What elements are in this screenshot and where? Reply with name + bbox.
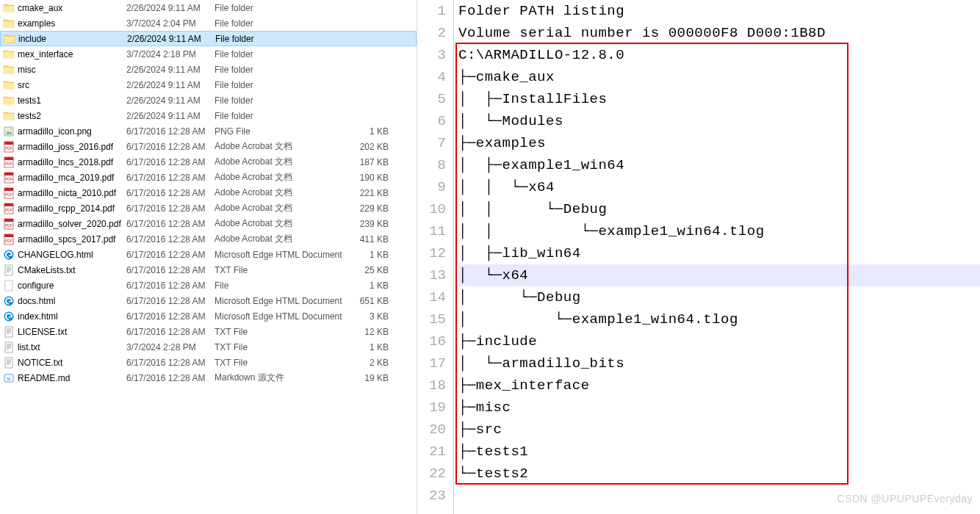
code-line[interactable]: ├─misc xyxy=(458,397,980,419)
line-number: 20 xyxy=(417,419,446,441)
file-row[interactable]: PDFarmadillo_rcpp_2014.pdf6/17/2016 12:2… xyxy=(0,200,417,216)
file-explorer-pane[interactable]: cmake_aux2/26/2024 9:11 AMFile folderexa… xyxy=(0,0,417,514)
file-name-cell[interactable]: tests1 xyxy=(3,95,126,106)
file-type-cell: File folder xyxy=(215,34,351,44)
file-date-cell: 6/17/2016 12:28 AM xyxy=(126,126,215,137)
file-name-cell[interactable]: cmake_aux xyxy=(3,2,126,14)
code-line[interactable]: └─tests2 xyxy=(458,463,980,485)
line-number: 21 xyxy=(417,441,446,463)
code-line[interactable]: ├─src xyxy=(458,419,980,441)
file-name-label: CMakeLists.txt xyxy=(18,265,76,275)
file-name-cell[interactable]: PDFarmadillo_joss_2016.pdf xyxy=(3,141,126,153)
code-line[interactable]: Folder PATH listing xyxy=(458,0,980,22)
file-row[interactable]: PDFarmadillo_spcs_2017.pdf6/17/2016 12:2… xyxy=(0,231,417,247)
file-type-cell: Microsoft Edge HTML Document xyxy=(215,311,350,322)
file-date-cell: 6/17/2016 12:28 AM xyxy=(126,311,215,322)
code-line[interactable]: ├─mex_interface xyxy=(458,374,980,397)
folder-icon xyxy=(3,2,15,14)
file-row[interactable]: PDFarmadillo_nicta_2010.pdf6/17/2016 12:… xyxy=(0,185,417,200)
code-line[interactable]: │ │ └─example1_win64.tlog xyxy=(458,220,980,242)
file-name-cell[interactable]: PDFarmadillo_mca_2019.pdf xyxy=(3,172,126,184)
file-row[interactable]: MREADME.md6/17/2016 12:28 AMMarkdown 源文件… xyxy=(0,370,417,386)
file-row[interactable]: CHANGELOG.html6/17/2016 12:28 AMMicrosof… xyxy=(0,247,417,262)
file-name-cell[interactable]: examples xyxy=(3,18,126,29)
file-row[interactable]: cmake_aux2/26/2024 9:11 AMFile folder xyxy=(0,0,417,15)
file-size-cell: 229 KB xyxy=(350,203,394,214)
pdf-icon: PDF xyxy=(3,187,15,199)
code-area[interactable]: Folder PATH listingVolume serial number … xyxy=(454,0,980,514)
file-name-cell[interactable]: src xyxy=(3,79,126,91)
file-name-cell[interactable]: PDFarmadillo_lncs_2018.pdf xyxy=(3,156,126,168)
file-row[interactable]: CMakeLists.txt6/17/2016 12:28 AMTXT File… xyxy=(0,262,417,278)
code-line[interactable]: Volume serial number is 000000F8 D000:1B… xyxy=(458,22,980,44)
file-name-cell[interactable]: CMakeLists.txt xyxy=(3,264,126,276)
file-name-cell[interactable]: PDFarmadillo_solver_2020.pdf xyxy=(3,218,126,230)
file-row[interactable]: armadillo_icon.png6/17/2016 12:28 AMPNG … xyxy=(0,123,417,139)
file-name-label: LICENSE.txt xyxy=(18,327,67,337)
code-line[interactable]: │ └─Modules xyxy=(458,110,980,132)
file-name-label: armadillo_solver_2020.pdf xyxy=(18,219,121,229)
file-name-cell[interactable]: PDFarmadillo_nicta_2010.pdf xyxy=(3,187,126,199)
folder-icon xyxy=(3,79,15,91)
file-row[interactable]: docs.html6/17/2016 12:28 AMMicrosoft Edg… xyxy=(0,293,417,308)
file-row[interactable]: configure6/17/2016 12:28 AMFile1 KB xyxy=(0,278,417,293)
file-name-cell[interactable]: MREADME.md xyxy=(3,372,126,384)
code-line[interactable]: │ │ └─Debug xyxy=(458,198,980,220)
file-row[interactable]: include2/26/2024 9:11 AMFile folder xyxy=(0,31,417,46)
code-line[interactable]: │ └─x64 xyxy=(458,264,980,286)
file-name-cell[interactable]: configure xyxy=(3,280,126,292)
code-line[interactable]: ├─examples xyxy=(458,132,980,154)
file-date-cell: 6/17/2016 12:28 AM xyxy=(126,250,215,260)
pdf-icon: PDF xyxy=(3,203,15,214)
file-row[interactable]: tests22/26/2024 9:11 AMFile folder xyxy=(0,108,417,123)
file-name-cell[interactable]: PDFarmadillo_rcpp_2014.pdf xyxy=(3,203,126,214)
code-line[interactable]: ├─include xyxy=(458,330,980,352)
file-row[interactable]: misc2/26/2024 9:11 AMFile folder xyxy=(0,62,417,77)
file-row[interactable]: examples3/7/2024 2:04 PMFile folder xyxy=(0,15,417,31)
file-name-cell[interactable]: docs.html xyxy=(3,295,126,307)
file-type-cell: Adobe Acrobat 文档 xyxy=(215,202,350,214)
file-row[interactable]: NOTICE.txt6/17/2016 12:28 AMTXT File2 KB xyxy=(0,355,417,370)
code-line[interactable]: │ │ └─x64 xyxy=(458,176,980,198)
svg-text:M: M xyxy=(7,377,11,381)
text-editor-pane[interactable]: 1234567891011121314151617181920212223 Fo… xyxy=(417,0,980,514)
code-line[interactable]: │ └─Debug xyxy=(458,286,980,308)
line-number: 10 xyxy=(417,198,446,220)
file-name-cell[interactable]: LICENSE.txt xyxy=(3,326,126,338)
file-name-cell[interactable]: misc xyxy=(3,64,126,76)
file-row[interactable]: src2/26/2024 9:11 AMFile folder xyxy=(0,77,417,93)
file-name-cell[interactable]: NOTICE.txt xyxy=(3,357,126,369)
file-row[interactable]: tests12/26/2024 9:11 AMFile folder xyxy=(0,93,417,108)
code-line[interactable]: │ └─example1_win64.tlog xyxy=(458,308,980,330)
file-date-cell: 6/17/2016 12:28 AM xyxy=(126,173,215,183)
file-type-cell: File xyxy=(215,280,350,291)
code-line[interactable]: │ ├─InstallFiles xyxy=(458,88,980,110)
file-row[interactable]: mex_interface3/7/2024 2:18 PMFile folder xyxy=(0,46,417,62)
file-type-cell: Adobe Acrobat 文档 xyxy=(215,233,350,245)
file-row[interactable]: PDFarmadillo_lncs_2018.pdf6/17/2016 12:2… xyxy=(0,154,417,170)
pdf-icon: PDF xyxy=(3,234,15,245)
file-name-label: examples xyxy=(18,18,55,29)
code-line[interactable]: ├─cmake_aux xyxy=(458,66,980,88)
code-line[interactable]: │ ├─example1_win64 xyxy=(458,154,980,176)
file-name-cell[interactable]: armadillo_icon.png xyxy=(3,126,126,137)
file-name-cell[interactable]: mex_interface xyxy=(3,48,126,60)
file-row[interactable]: list.txt3/7/2024 2:28 PMTXT File1 KB xyxy=(0,339,417,355)
svg-rect-22 xyxy=(4,234,13,237)
file-row[interactable]: LICENSE.txt6/17/2016 12:28 AMTXT File12 … xyxy=(0,324,417,339)
file-row[interactable]: PDFarmadillo_joss_2016.pdf6/17/2016 12:2… xyxy=(0,139,417,154)
code-line[interactable]: ├─tests1 xyxy=(458,441,980,463)
svg-text:PDF: PDF xyxy=(5,223,12,228)
file-row[interactable]: PDFarmadillo_solver_2020.pdf6/17/2016 12… xyxy=(0,216,417,231)
file-row[interactable]: index.html6/17/2016 12:28 AMMicrosoft Ed… xyxy=(0,308,417,324)
code-line[interactable]: C:\ARMADILLO-12.8.0 xyxy=(458,44,980,66)
code-line[interactable]: │ └─armadillo_bits xyxy=(458,352,980,374)
file-row[interactable]: PDFarmadillo_mca_2019.pdf6/17/2016 12:28… xyxy=(0,170,417,185)
file-name-cell[interactable]: index.html xyxy=(3,311,126,322)
file-name-cell[interactable]: CHANGELOG.html xyxy=(3,249,126,261)
file-name-cell[interactable]: PDFarmadillo_spcs_2017.pdf xyxy=(3,234,126,245)
code-line[interactable]: │ ├─lib_win64 xyxy=(458,242,980,264)
file-name-cell[interactable]: tests2 xyxy=(3,110,126,122)
file-name-cell[interactable]: list.txt xyxy=(3,341,126,353)
file-name-cell[interactable]: include xyxy=(4,33,127,45)
